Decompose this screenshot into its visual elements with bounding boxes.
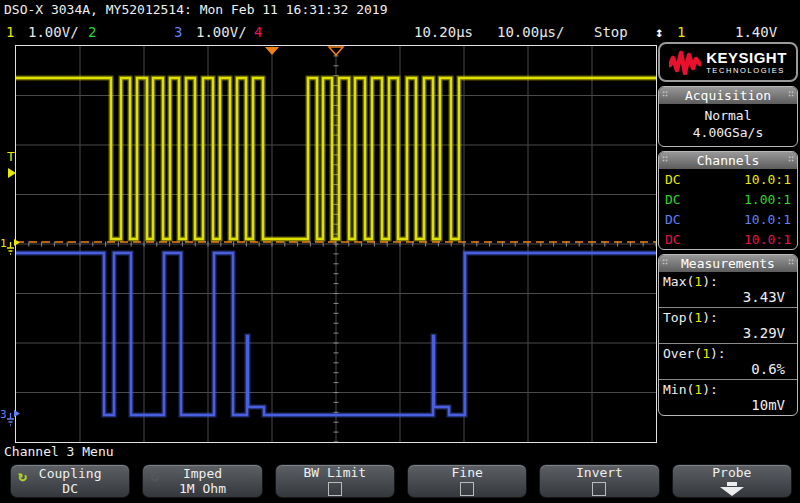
rotate-knob-icon: ↻ (150, 469, 159, 484)
brand-logo: KEYSIGHT TECHNOLOGIES (658, 42, 798, 82)
grip-icon: ∷ (788, 88, 794, 99)
ground-icon (7, 410, 21, 427)
softkey-label: Invert (576, 466, 623, 480)
grip-icon: ∷ (662, 153, 668, 164)
measurements-section: ∷ Measurements ∷ Max(1):3.43VTop(1):3.29… (658, 254, 798, 416)
waveform-display[interactable] (15, 45, 657, 443)
measurements-header[interactable]: ∷ Measurements ∷ (659, 255, 797, 272)
softkey-label: Fine (451, 466, 482, 480)
softkey-label: Coupling (39, 467, 102, 481)
rotate-knob-icon: ↻ (18, 469, 27, 484)
waveform-svg (16, 46, 656, 442)
softkey-label: Imped (183, 467, 222, 481)
keysight-waveform-icon (669, 49, 701, 75)
ch1-scale[interactable]: 1.00V/ (28, 24, 79, 40)
channels-header[interactable]: ∷ Channels ∷ (659, 152, 797, 169)
measurement-label: Min(1): (663, 382, 793, 397)
softkey-checkbox[interactable] (592, 482, 606, 496)
channel-coupling: DC (665, 232, 681, 247)
invert-softkey[interactable]: Invert (539, 464, 659, 498)
channel-coupling: DC (665, 192, 681, 207)
measurement-row: Top(1):3.29V (659, 308, 797, 344)
channel-row-2[interactable]: DC1.00:1 (659, 189, 797, 209)
imped-softkey[interactable]: ↻Imped1M Ohm (142, 464, 262, 498)
channel-probe-ratio: 10.0:1 (744, 232, 791, 247)
ch3-ground-marker[interactable]: 3 (0, 410, 21, 427)
fine-softkey[interactable]: Fine (407, 464, 527, 498)
measurement-row: Min(1):10mV (659, 380, 797, 415)
channel-coupling: DC (665, 212, 681, 227)
channel-probe-ratio: 10.0:1 (744, 172, 791, 187)
coupling-softkey[interactable]: ↻CouplingDC (10, 464, 130, 498)
run-state[interactable]: Stop (594, 24, 628, 40)
trigger-level-label[interactable]: T (7, 150, 15, 163)
channel-row-4[interactable]: DC10.0:1 (659, 229, 797, 249)
sample-rate: 4.00GSa/s (659, 124, 797, 141)
grip-icon: ∷ (662, 88, 668, 99)
softkey-checkbox[interactable] (328, 482, 342, 496)
softkey-checkbox[interactable] (460, 482, 474, 496)
measurement-label: Top(1): (663, 310, 793, 325)
measurements-title: Measurements (681, 256, 775, 271)
instrument-title: DSO-X 3034A, MY52012514: Mon Feb 11 16:3… (4, 2, 388, 17)
ch3-number[interactable]: 3 (174, 24, 182, 40)
ch1-ground-label: 1 (0, 238, 7, 249)
menu-title: Channel 3 Menu (4, 444, 114, 459)
grip-icon: ∷ (662, 256, 668, 267)
acquisition-section: ∷ Acquisition ∷ Normal 4.00GSa/s (658, 86, 798, 147)
measurement-row: Max(1):3.43V (659, 272, 797, 308)
measurement-value: 10mV (663, 397, 793, 414)
ground-icon (7, 239, 21, 256)
oscilloscope-screen: DSO-X 3034A, MY52012514: Mon Feb 11 16:3… (0, 0, 800, 503)
probe-softkey[interactable]: Probe (672, 464, 792, 498)
ch2-number[interactable]: 2 (88, 24, 96, 40)
softkey-menu: ↻CouplingDC↻Imped1M OhmBW LimitFineInver… (10, 464, 792, 498)
acquisition-title: Acquisition (685, 88, 771, 103)
ch1-ground-marker[interactable]: 1 (0, 239, 21, 256)
softkey-value: 1M Ohm (179, 482, 226, 496)
channel-probe-ratio: 10.0:1 (744, 212, 791, 227)
bw-limit-softkey[interactable]: BW Limit (275, 464, 395, 498)
measurement-value: 3.43V (663, 289, 793, 306)
measurement-label: Over(1): (663, 346, 793, 361)
status-bar: 1 1.00V/ 2 3 1.00V/ 4 10.20µs 10.00µs/ S… (0, 21, 800, 44)
softkey-label: Probe (712, 466, 751, 480)
softkey-label: BW Limit (304, 466, 367, 480)
channels-title: Channels (697, 153, 760, 168)
ch1-number[interactable]: 1 (6, 24, 14, 40)
grip-icon: ∷ (788, 256, 794, 267)
measurement-label: Max(1): (663, 274, 793, 289)
down-arrow-icon (720, 481, 744, 496)
measurement-row: Over(1):0.6% (659, 344, 797, 380)
channel-probe-ratio: 1.00:1 (744, 192, 791, 207)
brand-subname: TECHNOLOGIES (706, 67, 787, 75)
trigger-level[interactable]: 1.40V (735, 24, 777, 40)
measurement-value: 0.6% (663, 361, 793, 378)
channel-coupling: DC (665, 172, 681, 187)
ch4-number[interactable]: 4 (254, 24, 262, 40)
trigger-level-marker-icon[interactable] (8, 168, 16, 178)
trigger-source[interactable]: 1 (677, 24, 685, 40)
channel-row-1[interactable]: DC10.0:1 (659, 169, 797, 189)
channels-section: ∷ Channels ∷ DC10.0:1DC1.00:1DC10.0:1DC1… (658, 151, 798, 250)
horizontal-delay[interactable]: 10.20µs (414, 24, 473, 40)
acquisition-header[interactable]: ∷ Acquisition ∷ (659, 87, 797, 104)
softkey-value: DC (62, 482, 78, 496)
channel-row-3[interactable]: DC10.0:1 (659, 209, 797, 229)
ch3-ground-label: 3 (0, 409, 7, 420)
acquisition-mode: Normal (659, 107, 797, 124)
grip-icon: ∷ (788, 153, 794, 164)
timebase-scale[interactable]: 10.00µs/ (497, 24, 564, 40)
trigger-edge-icon: ↕ (655, 24, 663, 40)
measurement-value: 3.29V (663, 325, 793, 342)
brand-name: KEYSIGHT (706, 50, 787, 65)
ch3-scale[interactable]: 1.00V/ (196, 24, 247, 40)
side-panel: KEYSIGHT TECHNOLOGIES ∷ Acquisition ∷ No… (658, 42, 798, 416)
